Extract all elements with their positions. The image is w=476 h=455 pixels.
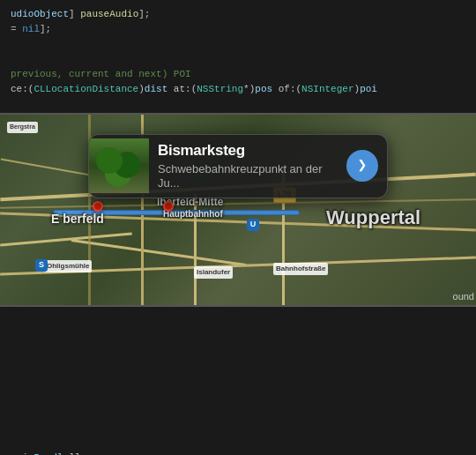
code-line: mainBundle]];	[11, 451, 465, 455]
location-marker	[93, 201, 103, 212]
code-editor: udioObject] pauseAudio]; = nil]; previou…	[0, 0, 476, 455]
map-background: E berfeld lberfeld-Mitte Hauptbahnhof Wu…	[0, 115, 476, 305]
code-line: ce:(CLLocationDistance)dist at:(NSString…	[11, 82, 465, 97]
map-callout[interactable]: Bismarksteg Schwebebahnkreuzpunkt an der…	[88, 134, 388, 198]
callout-subtitle: Schwebebahnkreuzpunkt an der Ju...	[158, 162, 338, 190]
callout-title: Bismarksteg	[158, 142, 338, 160]
elberfeld-label: E berfeld	[51, 210, 104, 228]
code-line	[11, 37, 465, 52]
ound-text: ound	[451, 287, 476, 306]
code-bottom-section: mainBundle]]; detailController = [[Detai…	[0, 451, 476, 455]
callout-thumb-image	[89, 138, 149, 193]
metro-icon: U	[247, 219, 259, 231]
islandufer-label: Islandufer	[194, 266, 233, 279]
map-overlay: E berfeld lberfeld-Mitte Hauptbahnhof Wu…	[0, 113, 476, 307]
location-marker	[163, 201, 174, 212]
code-line	[11, 52, 465, 67]
metro-icon-2: S	[35, 259, 48, 272]
bergstra-label: Bergstra	[7, 122, 38, 133]
code-line: = nil];	[11, 22, 465, 37]
code-line	[11, 97, 465, 112]
code-line: udioObject] pauseAudio];	[11, 7, 465, 22]
wuppertal-label: Wuppertal	[326, 203, 420, 232]
code-line: previous, current and next) POI	[11, 67, 465, 82]
bahnhofstrasse-label: Bahnhofstraße	[273, 263, 328, 275]
callout-thumbnail	[89, 138, 149, 193]
ohligsmuhle-label: Ohligsmühle	[44, 260, 92, 272]
callout-text-area: Bismarksteg Schwebebahnkreuzpunkt an der…	[149, 135, 346, 198]
callout-arrow-button[interactable]: ❯	[346, 150, 378, 182]
